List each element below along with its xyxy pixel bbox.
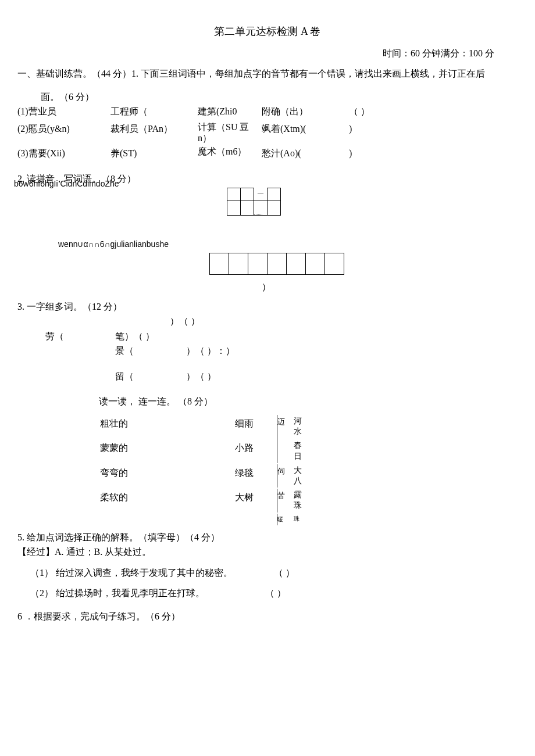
q2-close-paren: ） [262,280,518,295]
q5-s2: （2） 绐过操场时，我看见李明正在打球。 [30,588,205,598]
section1-heading: 一、基础训练营。（44 分）1. 下面三组词语中，每组加点字的音节都有一个错误，… [17,66,518,81]
q2-grid2 [209,253,344,275]
q1-r2-c2: 裁利员（PAn） [110,121,198,137]
q1-r2-c4: 飒着(Xtm)( [262,121,349,137]
time-score-line: 时间：60 分钟满分：100 分 [17,46,518,61]
q1-row-3: (3)需要(Xii) 养(ST) 魔术（m6） 愁汁(Ao)( ) [17,146,518,161]
q4-right-extra: 珠 [294,514,305,525]
q3-blank-2: ）（ ）：） [186,346,235,356]
q1-r2-c1: (2)慝员(y&n) [17,121,110,137]
q4-left-0: 粗壮的 [100,415,234,438]
q5-s2-blank: （ ） [249,586,302,601]
q4-left-2: 弯弯的 [100,464,234,488]
q1-row-1: (1)营业员 工程师（ 建第(Zhi0 附确（出） （ ） [17,104,518,119]
q4-mid-0: 细雨 [235,415,276,438]
q1-row-2: (2)慝员(y&n) 裁利员（PAn） 计算（SU 豆 n） 飒着(Xtm)( … [17,121,518,144]
q4-heading: 读一读， 连一连。 （8 分） [99,394,518,409]
q4-right-2: 大八 [294,464,305,488]
q5-heading: 5. 给加点词选择正确的解释。（填字母）（4 分） [17,530,518,545]
q4-right-3: 露珠 [294,489,305,512]
q1-r2-c3: 计算（SU 豆 n） [198,121,262,144]
section1-tail: 面。（6 分） [17,89,518,105]
q1-r1-c4: 附确（出） [262,104,349,119]
q1-r3-c1: (3)需要(Xii) [17,146,110,161]
q4-mid-1: 小路 [235,439,276,463]
q1-r1-c2: 工程师（ [110,104,198,119]
q3-row-top-b: ）（ ） [170,314,518,329]
q4-mid-2: 绿毯 [235,464,276,488]
q4-left-3: 柔软的 [100,489,234,512]
q4-right-1: 春日 [294,439,305,463]
q3-left-char: 劳（ [17,329,80,344]
q1-r3-c4: 愁汁(Ao)( [262,146,349,161]
q1-r1-blank: （ ） [349,104,370,119]
q1-r1-c1: (1)营业员 [17,104,110,119]
q3-char-2: 景（ [115,346,134,356]
q3-char-1: 笔）（ [115,331,143,341]
q5-s1-blank: （ ） [258,565,311,581]
q4-mini-0: 迈 [277,415,293,463]
q1-r3-c2: 养(ST) [110,146,198,161]
q2-grid1: — [227,188,281,216]
q4-match-table: 粗壮的 细雨 迈 河水 蒙蒙的 小路 春日 弯弯的 绿毯 伺 大八 柔软的 大树… [99,414,306,526]
q4-left-1: 蒙蒙的 [100,439,234,463]
q3-blank-1: ） [143,331,155,341]
q1-r1-c3: 建第(Zhi0 [198,104,262,119]
q1-r2-blank: ) [349,121,352,137]
q4-mini-2: 苦 [277,489,293,512]
q4-mini-3: 暖 [277,514,293,525]
q4-mid-3: 大树 [235,489,276,512]
q2-pinyin1: b6w6hf6hgIi CidnCdimdoZhe [14,177,119,190]
q4-right-0: 河水 [294,415,305,438]
q1-r3-c3: 魔术（m6） [198,146,262,157]
q2-pinyin2: wenn∪α∩∩6∩gjulianlianbushe [58,238,518,250]
page-title: 第二单元达标检测 A 卷 [17,23,518,40]
q1-r3-blank: ) [349,146,352,161]
q6-heading: 6 ．根据要求，完成句子练习。（6 分） [17,609,518,624]
q5-def: 【经过】A. 通过；B. 从某处过。 [17,544,518,560]
q3-char-3: 留（ [115,371,134,381]
q3-blank-3: ）（ ） [186,371,216,381]
q4-mini-1: 伺 [277,464,293,488]
q5-s1: （1） 绐过深入调查，我终于发现了其中的秘密。 [30,568,233,578]
q3-heading: 3. 一字组多词。（12 分） [17,299,518,314]
